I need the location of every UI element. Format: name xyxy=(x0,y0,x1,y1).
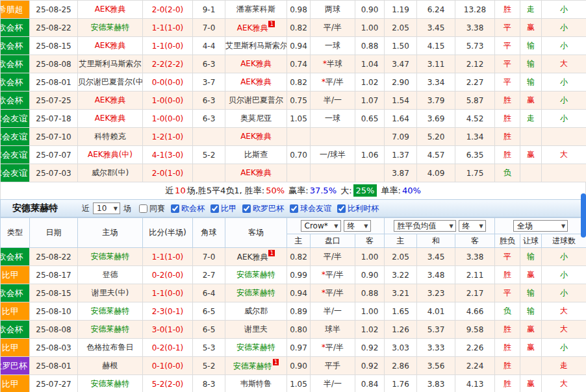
cell-handicap-result xyxy=(520,357,542,375)
team-name[interactable]: 赫根 xyxy=(103,361,118,370)
cell-home-team[interactable]: 安德莱赫特 xyxy=(78,321,143,339)
match-row: 欧会杯25-08-22安德莱赫特1-1(1-0)7-0AEK雅典10.82平/半… xyxy=(1,248,586,266)
team-name[interactable]: 安德莱赫特 xyxy=(91,23,130,32)
team-name[interactable]: AEK雅典 xyxy=(95,41,126,50)
cell-away-team[interactable]: AEK雅典 xyxy=(225,55,287,73)
team-name[interactable]: 贝尔谢巴夏普尔(中) xyxy=(78,77,143,86)
same-host-checkbox-input[interactable] xyxy=(139,204,147,213)
team-name[interactable]: 谢里夫 xyxy=(244,325,268,334)
cell-away-team[interactable]: 安德莱赫特 xyxy=(225,339,287,357)
cell-away-team[interactable]: 安德莱赫特 xyxy=(225,266,287,284)
team-name[interactable]: AEK雅典 xyxy=(237,252,268,262)
cell-result: 平 xyxy=(495,284,520,302)
filter-checkbox-1[interactable]: 比甲 xyxy=(210,203,236,214)
cell-away-team[interactable]: AEK雅典 xyxy=(225,73,287,92)
cell-date: 25-08-08 xyxy=(30,55,78,73)
team-name[interactable]: AEK雅典 xyxy=(240,132,272,141)
final-odds-select-2[interactable]: 终▼ xyxy=(459,220,486,232)
team-name[interactable]: 艾里斯利马斯索尔 xyxy=(225,41,287,50)
team-name[interactable]: 谢里夫(中) xyxy=(92,288,129,297)
team-name[interactable]: AEK雅典 xyxy=(95,114,126,123)
team-name[interactable]: 安德莱赫特 xyxy=(233,361,272,371)
team-name[interactable]: 威尔郡(中) xyxy=(92,168,129,177)
team-name[interactable]: 奥莫尼亚 xyxy=(240,114,272,123)
cell-away-team[interactable]: 贝尔谢巴夏普尔 xyxy=(225,92,287,110)
cell-home-team[interactable]: 安德莱赫特 xyxy=(78,375,143,392)
filter-checkbox-input-1[interactable] xyxy=(210,204,219,213)
filter-checkbox-input-0[interactable] xyxy=(171,204,179,213)
team-name[interactable]: AEK雅典 xyxy=(237,23,268,32)
cell-home-team[interactable]: 赫根 xyxy=(78,357,143,375)
same-host-checkbox[interactable]: 同賽 xyxy=(139,203,165,214)
company-select[interactable]: Crow*▼ xyxy=(301,220,341,232)
team-name[interactable]: AEK雅典 xyxy=(240,59,272,68)
cell-away-team[interactable]: AEK雅典 xyxy=(225,164,287,182)
cell-home-team[interactable]: 登德 xyxy=(78,266,143,284)
team-name[interactable]: 安德莱赫特 xyxy=(236,270,275,279)
cell-away-team[interactable]: 韦斯特鲁 xyxy=(225,375,287,392)
team-name[interactable]: AEK雅典 xyxy=(240,77,272,86)
team-name[interactable]: 潘塞莱科斯 xyxy=(236,5,275,14)
filter-checkbox-input-4[interactable] xyxy=(337,204,346,213)
cell-away-team[interactable]: 艾里斯利马斯索尔 xyxy=(225,37,287,55)
team-name[interactable]: 安德莱赫特 xyxy=(236,343,275,352)
filter-checkbox-4[interactable]: 比利时杯 xyxy=(337,203,379,214)
filter-checkbox-3[interactable]: 球会友谊 xyxy=(290,203,331,214)
filter-checkbox-input-2[interactable] xyxy=(242,204,251,213)
cell-home-team[interactable]: AEK雅典 xyxy=(78,110,143,128)
team-name[interactable]: 色格拉布鲁日 xyxy=(87,343,134,352)
filter-checkbox-0[interactable]: 欧会杯 xyxy=(171,203,205,214)
cell-away-team[interactable]: AEK雅典 xyxy=(225,128,287,146)
team-name[interactable]: 威尔郡 xyxy=(244,306,268,315)
team-name[interactable]: AEK雅典 xyxy=(240,168,272,177)
cell-away-team[interactable]: 奥莫尼亚 xyxy=(225,110,287,128)
avg-odds-select[interactable]: 胜平负均值▼ xyxy=(394,220,456,232)
cell-score: 1-1(1-0) xyxy=(143,19,193,37)
final-odds-select-1[interactable]: 终▼ xyxy=(344,220,371,232)
cell-home-team[interactable]: 贝尔谢巴夏普尔(中) xyxy=(78,73,143,92)
cell-away-team[interactable]: AEK雅典1 xyxy=(225,248,287,266)
cell-away-team[interactable]: 谢里夫 xyxy=(225,321,287,339)
cell-home-team[interactable]: 安德莱赫特 xyxy=(78,19,143,37)
team-name[interactable]: 安德莱赫特 xyxy=(91,325,130,334)
cell-home-team[interactable]: 安德莱赫特 xyxy=(78,248,143,266)
team-name[interactable]: 贝尔谢巴夏普尔 xyxy=(229,95,283,104)
cell-away-team[interactable]: 安德莱赫特1 xyxy=(225,357,287,375)
cell-away-team[interactable]: 威尔郡 xyxy=(225,302,287,321)
team-name[interactable]: 安德莱赫特 xyxy=(91,252,130,261)
team-name[interactable]: 科特赖克 xyxy=(95,132,126,141)
cell-home-team[interactable]: 安德莱赫特 xyxy=(78,302,143,321)
cell-away-team[interactable]: AEK雅典1 xyxy=(225,19,287,37)
cell-home-team[interactable]: AEK雅典 xyxy=(78,92,143,110)
cell-home-team[interactable]: 色格拉布鲁日 xyxy=(78,339,143,357)
team-name[interactable]: AEK雅典 xyxy=(95,95,126,104)
team-name[interactable]: 韦斯特鲁 xyxy=(240,379,272,388)
cell-home-team[interactable]: AEK雅典(中) xyxy=(78,146,143,164)
scrollbar-thumb[interactable] xyxy=(581,193,586,238)
team-name[interactable]: 安德莱赫特 xyxy=(236,288,275,297)
scope-select[interactable]: 全场▼ xyxy=(513,220,568,232)
cell-home-team[interactable]: 威尔郡(中) xyxy=(78,164,143,182)
cell-home-team[interactable]: AEK雅典 xyxy=(78,37,143,55)
cell-away-team[interactable]: 潘塞莱科斯 xyxy=(225,1,287,19)
cell-odds-away: 2.11 xyxy=(455,266,495,284)
cell-away-team[interactable]: 比斯查 xyxy=(225,146,287,164)
team-name[interactable]: 比斯查 xyxy=(244,150,268,159)
cell-result: 胜 xyxy=(495,110,520,128)
filter-checkbox-2[interactable]: 欧罗巴杯 xyxy=(242,203,284,214)
filter-checkbox-input-3[interactable] xyxy=(290,204,298,213)
cell-home-team[interactable]: 艾里斯利马斯索尔 xyxy=(78,55,143,73)
summary-single-label: 单率: xyxy=(381,186,401,195)
team-name[interactable]: 登德 xyxy=(103,270,118,279)
cell-handicap: 一/球半 xyxy=(311,146,355,164)
team-name[interactable]: 安德莱赫特 xyxy=(91,306,130,315)
cell-home-team[interactable]: AEK雅典 xyxy=(78,1,143,19)
cell-home-team[interactable]: 科特赖克 xyxy=(78,128,143,146)
team-name[interactable]: 艾里斯利马斯索尔 xyxy=(79,59,142,68)
cell-home-team[interactable]: 谢里夫(中) xyxy=(78,284,143,302)
team-name[interactable]: AEK雅典 xyxy=(95,5,126,14)
cell-away-team[interactable]: 安德莱赫特 xyxy=(225,284,287,302)
match-count-select[interactable]: 10▼ xyxy=(93,202,120,214)
team-name[interactable]: 安德莱赫特 xyxy=(91,379,130,388)
team-name[interactable]: AEK雅典(中) xyxy=(88,150,133,159)
